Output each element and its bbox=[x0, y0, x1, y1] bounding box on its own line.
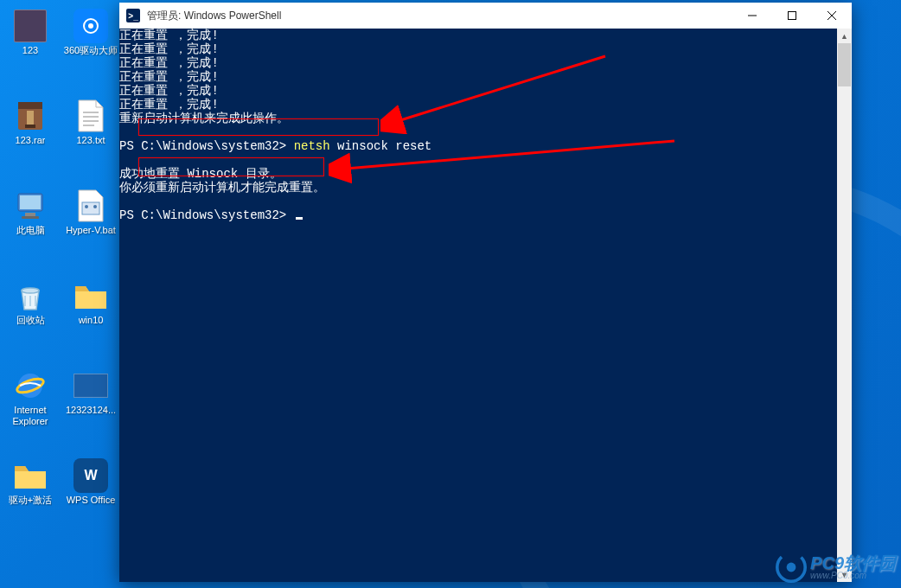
desktop-icon-label: WPS Office bbox=[67, 495, 116, 506]
rar-icon bbox=[13, 99, 48, 133]
output-line: 重新启动计算机来完成此操作。 bbox=[119, 112, 837, 125]
desktop-icon-label: 此电脑 bbox=[16, 225, 45, 236]
close-button[interactable] bbox=[812, 3, 852, 29]
folder-icon bbox=[13, 458, 48, 493]
desktop-icon[interactable]: 123.txt bbox=[61, 97, 121, 166]
output-line: 正在重置 ，完成! bbox=[119, 98, 837, 112]
output-line: 你必须重新启动计算机才能完成重置。 bbox=[119, 181, 837, 195]
desktop-icon-label: win10 bbox=[79, 315, 104, 326]
powershell-window: >_ 管理员: Windows PowerShell 正在重置 ，完成!正在重置… bbox=[119, 3, 852, 582]
desktop-icon-label: 123.rar bbox=[16, 135, 46, 146]
txt-icon bbox=[73, 99, 108, 133]
desktop-icon-label: Internet Explorer bbox=[2, 405, 59, 427]
app-icon bbox=[73, 9, 108, 43]
watermark: PC9软件园 www.PC9.com bbox=[776, 552, 896, 583]
desktop-icon[interactable]: WWPS Office bbox=[61, 457, 121, 526]
ie-icon bbox=[13, 368, 48, 403]
output-line: 正在重置 ，完成! bbox=[119, 56, 837, 70]
desktop-icon[interactable]: 123.rar bbox=[0, 97, 61, 166]
image-icon bbox=[13, 9, 48, 43]
desktop-area: 123360驱动大师123.rar123.txt此电脑Hyper-V.bat回收… bbox=[0, 0, 121, 588]
svg-point-16 bbox=[93, 205, 97, 208]
recycle-icon bbox=[13, 278, 48, 313]
desktop-icon[interactable]: Internet Explorer bbox=[0, 367, 61, 436]
desktop-icon[interactable]: 123 bbox=[0, 7, 61, 76]
minimize-button[interactable] bbox=[732, 3, 772, 29]
svg-point-17 bbox=[22, 288, 39, 293]
folder-icon bbox=[73, 278, 108, 313]
watermark-url: www.PC9.com bbox=[810, 572, 896, 580]
desktop-icon-label: 123.txt bbox=[76, 135, 105, 146]
title-bar-left: >_ 管理员: Windows PowerShell bbox=[119, 9, 281, 23]
output-line: 正在重置 ，完成! bbox=[119, 84, 837, 98]
watermark-title: PC9软件园 bbox=[810, 554, 896, 572]
bat-icon bbox=[73, 189, 108, 223]
desktop-icon[interactable]: 回收站 bbox=[0, 277, 61, 346]
desktop-icon[interactable]: Hyper-V.bat bbox=[61, 187, 121, 256]
powershell-icon: >_ bbox=[126, 9, 140, 22]
svg-rect-5 bbox=[25, 125, 35, 128]
svg-point-1 bbox=[88, 23, 93, 29]
svg-rect-3 bbox=[18, 102, 42, 109]
watermark-logo-icon bbox=[776, 552, 807, 583]
desktop-icon[interactable]: 驱动+激活 bbox=[0, 457, 61, 526]
svg-rect-12 bbox=[25, 213, 35, 216]
window-controls bbox=[732, 3, 852, 29]
scroll-thumb[interactable] bbox=[838, 43, 851, 86]
cursor bbox=[296, 217, 303, 220]
desktop-icon-label: Hyper-V.bat bbox=[66, 225, 116, 236]
computer-icon bbox=[13, 189, 48, 223]
desktop-icon[interactable]: 12323124... bbox=[61, 367, 121, 436]
desktop-icon[interactable]: win10 bbox=[61, 277, 121, 346]
output-line: 正在重置 ，完成! bbox=[119, 42, 837, 56]
output-line: 正在重置 ，完成! bbox=[119, 70, 837, 84]
desktop-icon-label: 360驱动大师 bbox=[64, 45, 118, 56]
maximize-button[interactable] bbox=[772, 3, 812, 29]
prompt-line: PS C:\Windows\system32> bbox=[119, 208, 837, 222]
desktop-icon-label: 123 bbox=[22, 45, 38, 56]
output-line: 正在重置 ，完成! bbox=[119, 29, 837, 42]
svg-point-15 bbox=[85, 205, 88, 208]
terminal-output[interactable]: 正在重置 ，完成!正在重置 ，完成!正在重置 ，完成!正在重置 ，完成!正在重置… bbox=[119, 29, 837, 582]
svg-rect-14 bbox=[82, 202, 99, 214]
prompt-line: PS C:\Windows\system32> netsh winsock re… bbox=[119, 139, 837, 153]
svg-point-24 bbox=[787, 563, 796, 572]
output-line: 成功地重置 Winsock 目录。 bbox=[119, 167, 837, 181]
vertical-scrollbar[interactable]: ▲ ▼ bbox=[837, 29, 852, 582]
svg-rect-11 bbox=[20, 195, 41, 209]
desktop-icon-label: 回收站 bbox=[16, 315, 45, 326]
title-bar[interactable]: >_ 管理员: Windows PowerShell bbox=[119, 3, 852, 29]
wps-icon: W bbox=[73, 458, 108, 493]
desktop-icon[interactable]: 此电脑 bbox=[0, 187, 61, 256]
desktop-icon-label: 12323124... bbox=[66, 405, 116, 416]
scroll-up-arrow[interactable]: ▲ bbox=[837, 29, 852, 43]
scroll-track[interactable] bbox=[837, 43, 852, 567]
svg-rect-13 bbox=[22, 216, 39, 219]
imgfile-icon bbox=[73, 368, 108, 403]
svg-rect-20 bbox=[789, 12, 796, 20]
desktop-icon[interactable]: 360驱动大师 bbox=[61, 7, 121, 76]
terminal-body: 正在重置 ，完成!正在重置 ，完成!正在重置 ，完成!正在重置 ，完成!正在重置… bbox=[119, 29, 852, 582]
desktop-icon-label: 驱动+激活 bbox=[9, 495, 52, 506]
window-title: 管理员: Windows PowerShell bbox=[147, 9, 281, 23]
